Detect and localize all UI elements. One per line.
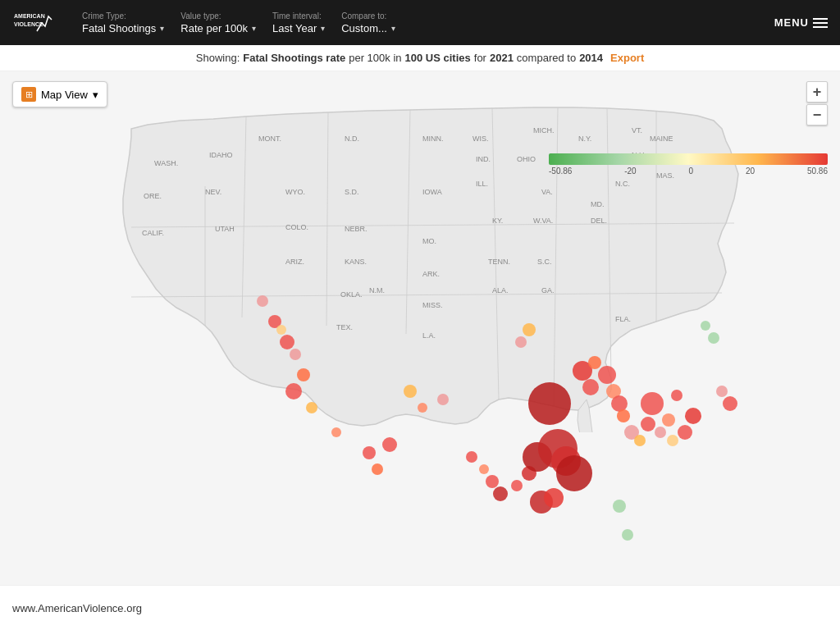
- map-dot: [437, 394, 449, 405]
- menu-button[interactable]: MENU: [774, 16, 828, 29]
- per-text: per 100k in: [349, 52, 401, 64]
- header: AMERICAN VIOLENCE Crime Type: Fatal Shoo…: [0, 0, 840, 45]
- map-view-button[interactable]: ⊞ Map View ▾: [12, 81, 107, 107]
- svg-text:MO.: MO.: [422, 237, 436, 245]
- cities-bold: 100 US cities: [405, 52, 471, 64]
- value-type-label: Value type:: [180, 11, 256, 21]
- svg-text:ARK.: ARK.: [422, 270, 440, 278]
- zoom-out-button[interactable]: −: [806, 104, 828, 126]
- map-dot: [306, 402, 317, 413]
- menu-label: MENU: [774, 16, 809, 29]
- svg-text:IDAHO: IDAHO: [209, 151, 233, 159]
- map-view-arrow: ▾: [93, 89, 98, 101]
- map-dot: [404, 385, 417, 398]
- compare-to-dropdown[interactable]: Compare to: Custom... ▾: [341, 11, 395, 34]
- map-container: ⊞ Map View ▾ -50.86 -20 0 20 50.86 + −: [0, 71, 840, 585]
- time-interval-select[interactable]: Last Year ▾: [272, 22, 325, 34]
- map-dot: [493, 486, 508, 501]
- svg-text:L.A.: L.A.: [422, 331, 436, 340]
- svg-text:MINN.: MINN.: [422, 135, 444, 143]
- map-dot: [622, 529, 633, 541]
- crime-type-dropdown[interactable]: Crime Type: Fatal Shootings ▾: [82, 11, 164, 34]
- compare-to-value: Custom...: [341, 22, 387, 34]
- map-dot: [280, 335, 294, 349]
- svg-text:GA.: GA.: [541, 286, 555, 294]
- map-dot: [372, 463, 383, 475]
- svg-text:N.M.: N.M.: [369, 286, 385, 294]
- map-dot: [641, 392, 664, 415]
- map-dot: [523, 323, 536, 336]
- map-dot: [290, 349, 301, 360]
- legend-bar: [549, 153, 828, 165]
- svg-text:WASH.: WASH.: [154, 159, 178, 167]
- svg-text:IOWA: IOWA: [422, 188, 442, 196]
- map-dot: [598, 366, 616, 384]
- map-dot: [716, 386, 728, 397]
- legend-min: -50.86: [549, 167, 572, 176]
- legend: -50.86 -20 0 20 50.86: [549, 153, 828, 176]
- compare-year-bold: 2014: [579, 52, 603, 64]
- svg-text:COLO.: COLO.: [285, 223, 308, 231]
- svg-text:WYO.: WYO.: [285, 188, 305, 196]
- map-dot: [671, 390, 682, 401]
- svg-text:CALIF.: CALIF.: [142, 229, 164, 237]
- svg-text:KY.: KY.: [492, 217, 503, 225]
- map-dot: [678, 425, 692, 440]
- map-dot: [582, 379, 599, 395]
- svg-text:ORE.: ORE.: [144, 192, 162, 200]
- svg-text:N.C.: N.C.: [615, 180, 630, 188]
- map-dot: [667, 435, 678, 446]
- svg-text:TENN.: TENN.: [488, 258, 510, 266]
- map-dot: [382, 437, 397, 452]
- svg-text:NEBR.: NEBR.: [345, 225, 368, 233]
- map-dot: [486, 475, 499, 488]
- crime-bold: Fatal Shootings rate: [243, 52, 345, 64]
- svg-text:ALA.: ALA.: [492, 286, 509, 294]
- svg-text:WIS.: WIS.: [472, 135, 489, 143]
- map-dot: [641, 417, 655, 431]
- map-dot: [511, 480, 523, 491]
- legend-labels: -50.86 -20 0 20 50.86: [549, 167, 828, 176]
- footer: www.AmericanViolence.org: [0, 585, 840, 630]
- footer-url: www.AmericanViolence.org: [12, 602, 142, 614]
- svg-text:W.VA.: W.VA.: [533, 217, 553, 225]
- map-dot: [588, 356, 601, 369]
- subheader: Showing: Fatal Shootings rate per 100k i…: [0, 45, 840, 71]
- svg-text:OKLA.: OKLA.: [340, 290, 363, 299]
- time-interval-arrow: ▾: [321, 24, 325, 33]
- map-dot: [634, 435, 646, 446]
- svg-text:MICH.: MICH.: [533, 126, 555, 135]
- svg-text:MD.: MD.: [591, 200, 605, 208]
- export-link[interactable]: Export: [610, 52, 644, 64]
- legend-mid1: -20: [624, 167, 636, 176]
- value-type-dropdown[interactable]: Value type: Rate per 100k ▾: [180, 11, 256, 34]
- svg-text:UTAH: UTAH: [215, 225, 235, 233]
- map-dot: [363, 446, 376, 459]
- map-dot: [479, 464, 489, 474]
- logo-area: AMERICAN VIOLENCE: [12, 8, 57, 37]
- legend-mid2: 0: [689, 167, 694, 176]
- zoom-in-button[interactable]: +: [806, 81, 828, 103]
- compare-to-label: Compare to:: [341, 11, 395, 21]
- svg-text:S.D.: S.D.: [345, 188, 359, 196]
- map-dot: [662, 413, 675, 427]
- svg-text:OHIO: OHIO: [517, 155, 536, 163]
- time-interval-label: Time interval:: [272, 11, 325, 21]
- crime-type-value: Fatal Shootings: [82, 22, 156, 34]
- crime-type-select[interactable]: Fatal Shootings ▾: [82, 22, 164, 34]
- zoom-controls: + −: [806, 81, 828, 126]
- map-dot: [418, 403, 427, 413]
- value-type-select[interactable]: Rate per 100k ▾: [180, 22, 256, 34]
- svg-text:MAINE: MAINE: [650, 135, 673, 143]
- crime-type-arrow: ▾: [160, 24, 164, 33]
- map-dot: [701, 321, 710, 331]
- svg-text:AMERICAN: AMERICAN: [14, 13, 45, 19]
- svg-text:VA.: VA.: [541, 188, 553, 196]
- compare-to-select[interactable]: Custom... ▾: [341, 22, 395, 34]
- map-dot: [528, 382, 571, 425]
- svg-text:VT.: VT.: [632, 126, 642, 135]
- map-icon: ⊞: [21, 87, 36, 102]
- map-dot: [685, 408, 701, 424]
- map-dot: [276, 325, 286, 335]
- time-interval-dropdown[interactable]: Time interval: Last Year ▾: [272, 11, 325, 34]
